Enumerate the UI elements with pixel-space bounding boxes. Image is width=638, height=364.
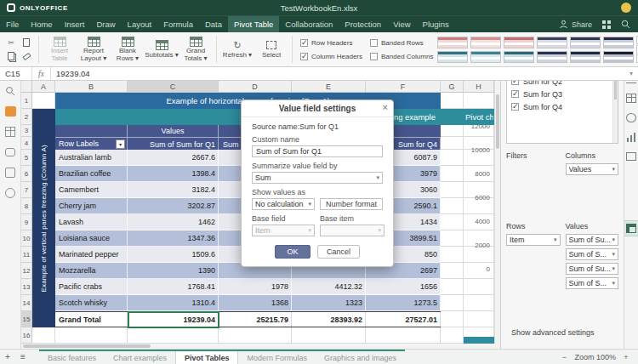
plugins-button[interactable] bbox=[5, 167, 16, 178]
pivot-style-thumbnail[interactable] bbox=[603, 37, 634, 48]
q2-value-cell[interactable]: 1368 bbox=[219, 295, 292, 311]
column-header[interactable]: A bbox=[32, 81, 55, 93]
q3-value-cell[interactable]: 4412.32 bbox=[292, 279, 366, 295]
grand-totals-button[interactable]: Grand Totals ▾ bbox=[179, 33, 213, 65]
zoom-in-button[interactable]: + bbox=[621, 353, 631, 361]
report-layout-button[interactable]: Report Layout ▾ bbox=[77, 33, 111, 65]
vertical-scrollbar[interactable] bbox=[494, 81, 500, 344]
share-button[interactable]: Share bbox=[559, 20, 592, 29]
search-icon[interactable] bbox=[621, 20, 630, 29]
formula-input[interactable]: 19239.04 bbox=[51, 69, 90, 78]
sheet-tab[interactable]: Chart examples bbox=[105, 351, 175, 364]
row-label-cell[interactable]: Cherry jam bbox=[55, 198, 128, 214]
grand-total-q1-cell[interactable]: 19239.04 bbox=[128, 312, 219, 327]
pivot-option-checkbox[interactable]: Row Headers bbox=[300, 37, 362, 48]
pivot-field-checkbox[interactable]: Sum for Q3 bbox=[507, 88, 618, 100]
row-header[interactable]: 2 bbox=[21, 109, 32, 125]
q1-value-cell[interactable]: 1310.4 bbox=[128, 295, 219, 311]
zoom-level[interactable]: Zoom 100% bbox=[574, 353, 616, 361]
q1-value-cell[interactable]: 2667.6 bbox=[128, 150, 219, 166]
show-advanced-settings-link[interactable]: Show advanced settings bbox=[511, 328, 595, 337]
pivot-style-thumbnail[interactable] bbox=[603, 51, 634, 63]
comments-button[interactable] bbox=[5, 105, 16, 117]
row-label-cell[interactable]: Brazilian coffee bbox=[55, 166, 128, 182]
grand-total-label-cell[interactable]: Grand Total bbox=[55, 312, 128, 327]
column-header[interactable]: G bbox=[441, 81, 464, 93]
pivot-style-thumbnail[interactable] bbox=[470, 37, 501, 48]
select-button[interactable]: Select bbox=[254, 33, 288, 65]
row-header[interactable]: 9 bbox=[21, 214, 32, 230]
pivot-option-checkbox[interactable]: Banded Rows bbox=[370, 37, 433, 48]
q1-value-cell[interactable]: 1347.36 bbox=[128, 230, 219, 247]
chart-settings-icon[interactable] bbox=[626, 133, 636, 142]
grand-total-q4-cell[interactable]: 27527.01 bbox=[366, 312, 441, 327]
pivot-field-checkbox[interactable]: Sum for Q4 bbox=[507, 100, 618, 113]
column-header[interactable]: F bbox=[366, 81, 441, 93]
values-field-chip[interactable]: Sum of Su... ▾ bbox=[566, 234, 619, 246]
row-header[interactable]: 10 bbox=[21, 230, 32, 247]
cell-name-box[interactable]: C15 bbox=[0, 67, 32, 80]
pivot-values-header-cell[interactable]: Values bbox=[128, 125, 219, 137]
column-header[interactable]: H bbox=[464, 81, 494, 93]
row-header[interactable]: 4 bbox=[21, 137, 32, 150]
column-header[interactable]: B bbox=[55, 81, 128, 93]
row-header[interactable]: 11 bbox=[21, 247, 32, 263]
custom-name-input[interactable] bbox=[252, 145, 383, 157]
row-label-cell[interactable]: Loisiana sauce bbox=[55, 230, 128, 247]
column-header[interactable]: D bbox=[219, 81, 292, 93]
pivot-style-thumbnail[interactable] bbox=[504, 37, 534, 48]
row-header[interactable]: 16 bbox=[21, 327, 32, 344]
copy-button[interactable] bbox=[5, 51, 17, 62]
field-list-scrollbar[interactable] bbox=[612, 73, 618, 143]
row-labels-header-cell[interactable]: Row Labels ▾ bbox=[55, 138, 128, 150]
ribbon-tab[interactable]: Pivot Table bbox=[228, 16, 279, 32]
cut-button[interactable]: ✂ bbox=[5, 37, 17, 48]
sheet-tab[interactable]: Modern Formulas bbox=[238, 351, 316, 364]
row-label-cell[interactable]: Australian lamb bbox=[55, 150, 128, 166]
sheet-list-button[interactable]: ≡ bbox=[15, 350, 31, 364]
pivot-style-thumbnail[interactable] bbox=[437, 51, 468, 63]
vertical-scrollbar-thumb[interactable] bbox=[496, 94, 499, 149]
ok-button[interactable]: OK bbox=[275, 245, 310, 259]
spreadsheet-view-button[interactable] bbox=[5, 126, 16, 137]
column-header[interactable]: E bbox=[292, 81, 366, 93]
ribbon-tab[interactable]: Layout bbox=[122, 16, 158, 32]
grand-total-q3-cell[interactable]: 28393.92 bbox=[292, 312, 366, 327]
values-field-chip[interactable]: Sum of S... ▾ bbox=[566, 248, 619, 260]
ribbon-tab[interactable]: File bbox=[0, 16, 25, 32]
support-button[interactable] bbox=[5, 187, 16, 198]
row-header[interactable]: 7 bbox=[21, 182, 32, 198]
paste-button[interactable] bbox=[20, 37, 32, 48]
shape-settings-icon[interactable] bbox=[626, 113, 636, 122]
q1-value-cell[interactable]: 1462 bbox=[128, 214, 219, 230]
pivot-column-header-cell[interactable]: Sum of Sum for Q1 bbox=[128, 138, 219, 151]
subtotals-button[interactable]: Subtotals ▾ bbox=[145, 33, 179, 65]
pivot-style-thumbnail[interactable] bbox=[537, 51, 567, 63]
pivot-option-checkbox[interactable]: Column Headers bbox=[300, 51, 362, 62]
pivot-style-thumbnail[interactable] bbox=[537, 37, 567, 48]
pivot-style-thumbnail[interactable] bbox=[570, 51, 601, 63]
summarize-by-select[interactable]: Sum ▾ bbox=[252, 172, 383, 184]
pivot-chart-fragment[interactable] bbox=[464, 337, 494, 344]
pivot-style-thumbnail[interactable] bbox=[570, 37, 601, 48]
row-header[interactable]: 14 bbox=[21, 295, 32, 311]
find-button[interactable] bbox=[5, 85, 16, 96]
q1-value-cell[interactable]: 1768.41 bbox=[128, 279, 219, 295]
q4-value-cell[interactable]: 1273.5 bbox=[366, 295, 441, 311]
q1-value-cell[interactable]: 3202.87 bbox=[128, 198, 219, 214]
chat-button[interactable] bbox=[5, 146, 16, 157]
row-labels-filter-button[interactable]: ▾ bbox=[116, 139, 125, 149]
refresh-button[interactable]: ↻ Refresh ▾ bbox=[220, 33, 254, 65]
ribbon-tab[interactable]: Insert bbox=[59, 16, 91, 32]
grand-total-q2-cell[interactable]: 25215.79 bbox=[219, 312, 292, 327]
apps-grid-icon[interactable] bbox=[602, 20, 611, 29]
ribbon-tab[interactable]: Data bbox=[199, 16, 228, 32]
q3-value-cell[interactable]: 1323 bbox=[292, 295, 366, 311]
ribbon-tab[interactable]: Formula bbox=[157, 16, 199, 32]
columns-field-chip[interactable]: Values ▾ bbox=[566, 163, 619, 175]
dialog-title-bar[interactable]: Value field settings × bbox=[242, 100, 393, 117]
ribbon-tab[interactable]: Collaboration bbox=[279, 16, 339, 32]
row-label-cell[interactable]: Marinated pepper bbox=[55, 247, 128, 263]
q1-value-cell[interactable]: 1509.6 bbox=[128, 247, 219, 263]
row-header[interactable]: 13 bbox=[21, 279, 32, 295]
